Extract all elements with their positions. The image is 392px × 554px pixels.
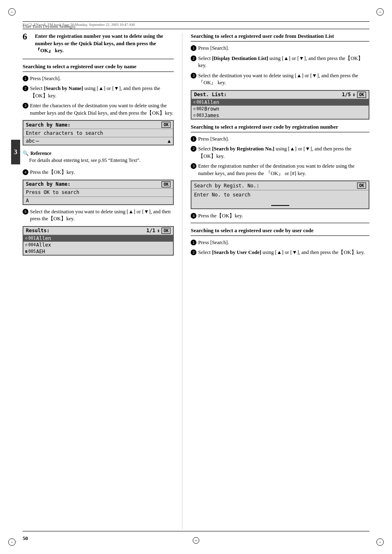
rn-step-1-num: 1	[191, 136, 196, 142]
lcd-3-num-3: 005	[28, 249, 36, 254]
lcd-3-label: Results:	[26, 228, 50, 233]
lcd-dl-item-3: ✆ 003 James	[191, 112, 369, 119]
uc-step-1-num: 1	[191, 240, 196, 245]
lcd-1-cursor	[36, 141, 39, 141]
reference-title: 🔍 Reference	[23, 150, 174, 157]
lcd-dl-arrows: ↕	[353, 92, 355, 97]
lcd-rn-row1: Search by Regist. No.: OK	[191, 181, 369, 190]
lcd-1-row2: Enter characters to search	[23, 129, 173, 137]
sbn-step-2: 2 Select [Search by Name] using [▲] or […	[23, 85, 174, 99]
rn-step-1-text: Press [Search].	[198, 136, 229, 143]
step-6: 6 Enter the registration number you want…	[23, 33, 174, 55]
sbn-step-4-num: 4	[23, 169, 28, 175]
rn-step-4: 4 Press the【OK】key.	[191, 212, 369, 220]
dl-step-1: 1 Press [Search].	[191, 45, 369, 52]
sbn-step-2-num: 2	[23, 85, 28, 91]
lcd-dl-name-1: Allen	[204, 99, 219, 105]
lcd-2-row1: Search by Name: OK	[23, 180, 173, 189]
reg-num-title: Searching to select a registered user co…	[191, 124, 369, 130]
dl-step-2-num: 2	[191, 55, 196, 61]
rule-6	[191, 235, 369, 236]
lcd-dl-name-3: James	[204, 113, 219, 118]
lcd-dl-item-1: ✆ 001 Allen	[191, 99, 369, 106]
uc-step-2-num: 2	[191, 249, 196, 255]
tab-3: 3	[11, 140, 20, 164]
lcd-1-row1: Search by Name: OK	[23, 121, 173, 129]
lcd-dl-icon-2: ✆	[193, 106, 196, 111]
uc-step-2-text: Select [Search by User Code] us­ing [▲] …	[198, 249, 365, 256]
reference-label: Reference	[30, 150, 51, 157]
lcd-dl-label: Dest. List:	[194, 92, 226, 97]
sbn-step-5-text: Select the destination you want to delet…	[30, 208, 174, 223]
lcd-1-arrow: ▲	[168, 138, 171, 144]
bottom-rule	[23, 531, 369, 531]
header-rule	[23, 29, 369, 29]
sbn-step-1-num: 1	[23, 76, 28, 81]
lcd-3-row1: Results: 1/1 ↕ OK	[23, 227, 173, 235]
lcd-3-ok: OK	[161, 228, 171, 234]
lcd-3-page: 1/1	[146, 228, 155, 233]
lcd-3-name-2: Allex	[36, 242, 51, 248]
lcd-dest-list: Dest. List: 1/5 ↕ OK ✆ 001 Allen ✆ 002 B…	[191, 90, 369, 120]
rn-step-4-text: Press the【OK】key.	[198, 212, 243, 220]
rn-step-3-text: Enter the registration number of the des…	[198, 163, 369, 177]
lcd-3-arrows: ↕	[157, 228, 160, 233]
reference-text: For details about entering text, see p.9…	[29, 157, 174, 164]
lcd-3-icon-1: ✆	[25, 236, 28, 240]
lcd-1-ok: OK	[161, 122, 171, 128]
lcd-dl-num-3: 003	[196, 113, 204, 118]
dest-list-title: Searching to select a registered user co…	[191, 33, 369, 39]
search-by-name-title: Searching to select a registered user co…	[23, 63, 174, 70]
lcd-2-ok: OK	[161, 181, 171, 187]
lcd-regist-no: Search by Regist. No.: OK Enter No. to s…	[191, 180, 369, 209]
sbn-step-3-text: Enter the characters of the des­tination…	[30, 102, 174, 117]
lcd-rn-ok: OK	[357, 182, 366, 189]
top-rule	[23, 21, 369, 22]
lcd-3-item-3: ☎ 005 AEH	[23, 248, 173, 255]
lcd-dl-icon-3: ✆	[193, 113, 196, 118]
lcd-screen-1: Search by Name: OK Enter characters to s…	[23, 120, 174, 145]
step-6-text: Enter the registration number you want t…	[35, 33, 174, 55]
lcd-dl-ok: OK	[357, 92, 366, 98]
dl-step-1-text: Press [Search].	[198, 45, 229, 52]
corner-mark-tr: +	[376, 8, 384, 16]
uc-step-1: 1 Press [Search].	[191, 239, 369, 247]
lcd-3-item-1: ✆ 001 Allen	[23, 235, 173, 242]
page-number: 50	[23, 535, 28, 542]
rn-step-1: 1 Press [Search].	[191, 136, 369, 143]
lcd-3-icon-2: ✆	[25, 242, 28, 247]
lcd-1-label: Search by Name:	[26, 122, 70, 128]
reference-icon: 🔍	[23, 150, 29, 157]
reference-box: 🔍 Reference For details about entering t…	[23, 149, 174, 166]
rn-step-3: 3 Enter the registration number of the d…	[191, 163, 369, 177]
lcd-screen-2: Search by Name: OK Press OK to search A	[23, 180, 174, 205]
user-code-title: Searching to select a registered user co…	[191, 227, 369, 234]
lcd-dl-num-1: 001	[196, 100, 204, 104]
left-column: 3 6 Enter the registration number you wa…	[23, 33, 182, 529]
lcd-3-num-2: 004	[28, 242, 36, 247]
lcd-dl-icon-1: ✆	[193, 100, 196, 104]
corner-mark-tl: +	[8, 8, 16, 16]
dl-step-2-text: Select [Display Destination List] using …	[198, 55, 369, 69]
lcd-dl-num-2: 002	[196, 106, 204, 111]
section-header: User Tools (System Settings)	[23, 24, 75, 29]
lcd-3-num-1: 001	[28, 236, 36, 240]
corner-mark-bl: +	[8, 538, 16, 546]
sbn-step-5: 5 Select the destination you want to del…	[23, 208, 174, 223]
lcd-dl-item-2: ✆ 002 Brown	[191, 106, 369, 112]
rn-step-2-text: Select [Search by Registration No.] usin…	[198, 145, 369, 160]
lcd-3-icon-3: ☎	[25, 249, 28, 254]
rule-4	[191, 132, 369, 132]
lcd-1-row3: abc ▲	[23, 137, 173, 145]
rule-3	[191, 41, 369, 42]
lcd-rn-row2: Enter No. to search	[191, 190, 369, 199]
lcd-2-row3: A	[23, 197, 173, 204]
rn-step-2: 2 Select [Search by Registration No.] us…	[191, 145, 369, 160]
lcd-rn-input	[271, 200, 289, 206]
lcd-dl-page: 1/5	[342, 92, 351, 97]
sbn-step-3: 3 Enter the characters of the des­tinati…	[23, 102, 174, 117]
sbn-step-1: 1 Press [Search].	[23, 75, 174, 83]
right-column: Searching to select a registered user co…	[182, 33, 369, 529]
sbn-step-5-num: 5	[23, 209, 28, 215]
uc-step-1-text: Press [Search].	[198, 239, 229, 247]
